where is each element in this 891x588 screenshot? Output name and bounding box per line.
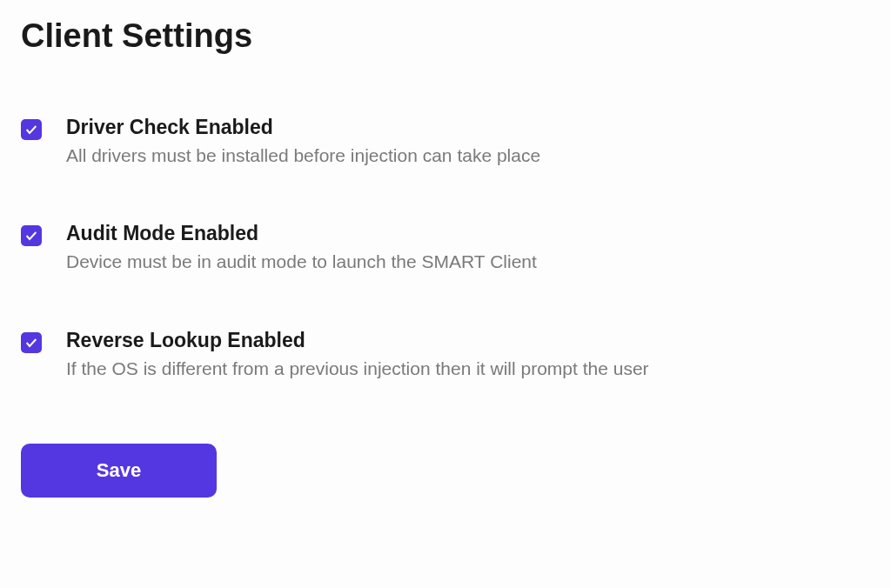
button-row: Save [21,444,870,498]
setting-description: Device must be in audit mode to launch t… [66,249,537,274]
page-title: Client Settings [21,17,870,55]
save-button[interactable]: Save [21,444,217,498]
setting-row-driver-check: Driver Check Enabled All drivers must be… [21,116,870,168]
setting-row-reverse-lookup: Reverse Lookup Enabled If the OS is diff… [21,329,870,381]
setting-label: Audit Mode Enabled [66,222,537,245]
setting-description: If the OS is different from a previous i… [66,356,649,381]
check-icon [24,229,38,243]
setting-description: All drivers must be installed before inj… [66,143,540,168]
check-icon [24,336,38,350]
checkbox-reverse-lookup[interactable] [21,332,42,353]
checkbox-driver-check[interactable] [21,119,42,140]
setting-label: Driver Check Enabled [66,116,540,139]
checkbox-audit-mode[interactable] [21,225,42,246]
check-icon [24,123,38,137]
settings-list: Driver Check Enabled All drivers must be… [21,116,870,381]
setting-row-audit-mode: Audit Mode Enabled Device must be in aud… [21,222,870,274]
setting-label: Reverse Lookup Enabled [66,329,649,352]
